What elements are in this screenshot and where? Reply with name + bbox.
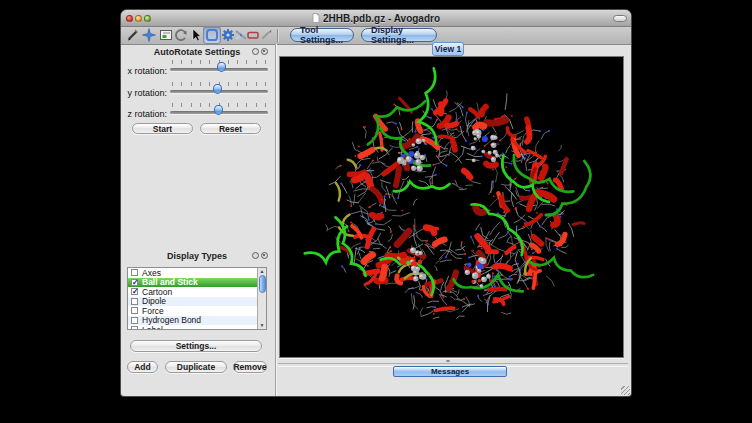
toolbar: Tool Settings... Display Settings... (121, 27, 631, 45)
desktop: { "window": { "title": "2HHB.pdb.gz - Av… (0, 0, 752, 423)
display-type-row[interactable]: ✓Cartoon (128, 287, 257, 297)
display-type-label: Cartoon (142, 287, 172, 297)
sidebar-divider[interactable] (275, 44, 276, 396)
cursor-arrow-icon (188, 27, 204, 43)
panel-close-button[interactable] (261, 48, 268, 55)
window-title: 2HHB.pdb.gz - Avogadro (312, 13, 440, 24)
minimize-window-button[interactable] (135, 15, 142, 22)
remove-button[interactable]: Remove (233, 361, 267, 373)
display-type-label: Label (142, 325, 163, 330)
scroll-up-icon[interactable]: ▲ (258, 268, 266, 275)
display-type-checkbox[interactable] (131, 326, 138, 330)
reset-button[interactable]: Reset (200, 123, 261, 134)
pencil-icon (125, 27, 141, 43)
slider-thumb[interactable] (214, 105, 223, 115)
panel-float-button[interactable] (252, 252, 259, 259)
x-rotation-row: x rotation: (123, 59, 271, 77)
display-type-row[interactable]: Axes (128, 268, 257, 278)
toolbar-separator (277, 29, 278, 42)
display-type-checkbox[interactable] (131, 269, 138, 276)
insert-fragment-tool-button[interactable] (258, 27, 274, 43)
avogadro-window: 2HHB.pdb.gz - Avogadro (121, 10, 631, 396)
view-tab[interactable]: View 1 (432, 42, 464, 56)
display-type-checkbox[interactable] (131, 298, 138, 305)
brush-icon (258, 27, 274, 43)
x-rotation-label: x rotation: (123, 66, 167, 76)
zoom-window-button[interactable] (144, 15, 151, 22)
molecule-render[interactable] (280, 57, 623, 357)
panel-close-button[interactable] (261, 252, 268, 259)
z-rotation-slider[interactable] (170, 102, 268, 120)
tool-settings-button[interactable]: Tool Settings... (290, 28, 354, 42)
settings-button[interactable]: Settings... (130, 340, 262, 352)
navigate-tool-button[interactable] (141, 27, 157, 43)
display-type-label: Ball and Stick (142, 277, 198, 287)
resize-grip[interactable] (621, 386, 630, 395)
list-scrollbar[interactable]: ▲ ▼ (257, 268, 266, 329)
auto-rotate-tool-button[interactable] (204, 27, 220, 43)
panel-float-button[interactable] (252, 48, 259, 55)
x-rotation-slider[interactable] (170, 59, 268, 77)
display-settings-button[interactable]: Display Settings... (361, 28, 437, 42)
close-window-button[interactable] (126, 15, 133, 22)
toolbar-toggle-lozenge[interactable] (613, 15, 627, 22)
document-icon (312, 13, 320, 23)
display-type-label: Axes (142, 268, 161, 278)
selection-tool-button[interactable] (188, 27, 204, 43)
z-rotation-row: z rotation: (123, 102, 271, 120)
duplicate-button[interactable]: Duplicate (165, 361, 227, 373)
display-type-row[interactable]: Dipole (128, 297, 257, 307)
display-type-label: Force (142, 306, 164, 316)
scroll-down-icon[interactable]: ▼ (258, 322, 266, 329)
slider-thumb[interactable] (213, 84, 222, 94)
display-type-checkbox[interactable]: ✓ (131, 288, 138, 295)
molecule-viewport[interactable] (279, 56, 624, 358)
display-type-checkbox[interactable] (131, 307, 138, 314)
scrollbar-thumb[interactable] (259, 275, 266, 293)
z-rotation-label: z rotation: (123, 109, 167, 119)
y-rotation-slider[interactable] (170, 81, 268, 99)
display-type-label: Hydrogen Bond (142, 315, 201, 325)
splitter-handle[interactable] (446, 360, 450, 362)
bond-centric-tool-button[interactable] (158, 27, 174, 43)
display-types-list[interactable]: Axes✓Ball and Stick✓CartoonDipoleForceHy… (127, 267, 267, 330)
start-button[interactable]: Start (132, 123, 193, 134)
display-type-checkbox[interactable] (131, 317, 138, 324)
autorotate-panel-title: AutoRotate Settings (137, 47, 257, 57)
display-type-row[interactable]: ✓Ball and Stick (128, 278, 257, 288)
display-type-label: Dipole (142, 296, 166, 306)
slider-thumb[interactable] (217, 62, 226, 72)
bond-centric-icon (158, 27, 174, 43)
display-type-checkbox[interactable]: ✓ (131, 279, 138, 286)
auto-rotate-icon (204, 27, 220, 43)
display-types-panel-title: Display Types (137, 251, 257, 261)
y-rotation-row: y rotation: (123, 81, 271, 99)
display-type-row[interactable]: Force (128, 306, 257, 316)
y-rotation-label: y rotation: (123, 88, 167, 98)
display-types-rows: Axes✓Ball and Stick✓CartoonDipoleForceHy… (128, 268, 257, 329)
rotate-hand-icon (173, 27, 189, 43)
display-type-row[interactable]: Label (128, 325, 257, 330)
manipulate-tool-button[interactable] (173, 27, 189, 43)
messages-bar[interactable]: Messages (393, 366, 507, 377)
navigate-star-icon (141, 27, 157, 43)
add-button[interactable]: Add (127, 361, 158, 373)
display-type-row[interactable]: Hydrogen Bond (128, 316, 257, 326)
draw-tool-button[interactable] (125, 27, 141, 43)
